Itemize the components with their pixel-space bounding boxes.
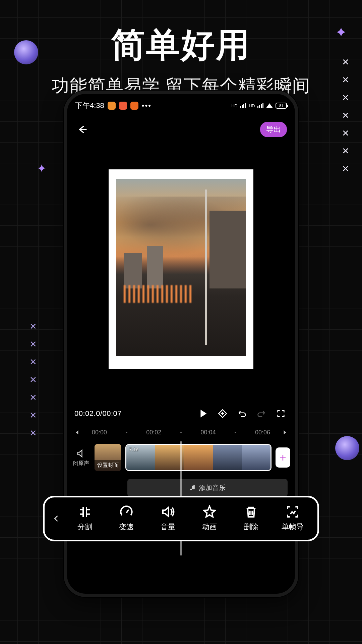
playback-controls: 00:02.0/00:07: [67, 404, 295, 423]
star-icon: [203, 505, 216, 519]
editor-header: 导出: [67, 119, 295, 140]
status-hd: HD: [249, 103, 255, 108]
play-button[interactable]: [196, 407, 210, 420]
playback-time: 00:02.0/00:07: [74, 409, 122, 418]
ruler-tick: 00:00: [92, 429, 107, 436]
tool-split[interactable]: 分割: [64, 505, 106, 532]
frame-export-icon: [286, 505, 299, 519]
split-icon: [78, 505, 92, 519]
speedometer-icon: [120, 505, 133, 519]
set-cover-button[interactable]: 设置封面: [95, 444, 121, 471]
decoration-dot: [335, 436, 359, 460]
play-icon: [198, 409, 208, 418]
photo-content: [116, 179, 246, 356]
tool-label: 单帧导: [282, 522, 304, 532]
add-clip-button[interactable]: +: [276, 447, 290, 468]
tool-frame-export[interactable]: 单帧导: [272, 505, 313, 532]
clip-frame: [213, 445, 242, 470]
volume-icon: [161, 505, 175, 519]
redo-button[interactable]: [255, 407, 268, 420]
statusbar-app-icon: [130, 102, 138, 110]
chevron-left-icon: [53, 513, 60, 524]
tool-volume[interactable]: 音量: [147, 505, 189, 532]
add-music-button[interactable]: 添加音乐: [127, 479, 288, 496]
export-button[interactable]: 导出: [260, 122, 287, 137]
jump-end-button[interactable]: [280, 427, 290, 437]
trash-icon: [244, 505, 258, 519]
skip-start-icon: [74, 429, 80, 435]
tray-collapse-button[interactable]: [49, 497, 64, 540]
headline: 简单好用 功能简单易学 留下每个精彩瞬间: [0, 23, 362, 98]
headline-title: 简单好用: [0, 23, 362, 68]
clip-frame: [242, 445, 270, 470]
wifi-icon: [266, 103, 273, 108]
cover-label: 设置封面: [95, 460, 121, 471]
photo-border: [109, 169, 253, 369]
music-note-icon: [189, 484, 196, 491]
statusbar-app-icon: [108, 102, 116, 110]
clip-duration: 7.1s: [129, 446, 138, 452]
expand-icon: [276, 409, 286, 418]
statusbar-app-icon: [119, 102, 127, 110]
back-button[interactable]: [75, 122, 90, 137]
ruler-tick: 00:02: [146, 429, 161, 436]
tool-delete[interactable]: 删除: [230, 505, 272, 532]
tool-label: 变速: [119, 522, 134, 532]
plus-icon: +: [280, 451, 286, 464]
undo-button[interactable]: [235, 407, 249, 420]
video-preview[interactable]: [90, 140, 272, 399]
video-clip[interactable]: 7.1s: [125, 444, 272, 471]
ruler-tick: 00:04: [201, 429, 216, 436]
signal-bars-icon: [240, 103, 246, 108]
status-time: 下午4:38: [75, 101, 104, 111]
status-hd: HD: [231, 103, 237, 108]
undo-icon: [237, 409, 247, 418]
tool-label: 音量: [161, 522, 175, 532]
arrow-left-icon: [77, 124, 87, 135]
redo-icon: [257, 409, 266, 418]
decoration-x-column: ✕✕✕✕✕✕✕: [29, 321, 37, 438]
speaker-icon: [76, 448, 86, 459]
skip-end-icon: [282, 429, 288, 435]
timeline-ruler[interactable]: 00:00 00:02 00:04 00:06: [67, 425, 295, 440]
add-music-label: 添加音乐: [199, 483, 226, 492]
mute-original-button[interactable]: 闭原声: [72, 448, 90, 467]
diamond-plus-icon: [218, 409, 227, 418]
signal-bars-icon: [257, 103, 263, 108]
battery-icon: 81: [276, 103, 287, 109]
fullscreen-button[interactable]: [274, 407, 288, 420]
jump-start-button[interactable]: [72, 427, 82, 437]
tool-animation[interactable]: 动画: [189, 505, 230, 532]
clip-frame: [155, 445, 184, 470]
tool-label: 删除: [244, 522, 258, 532]
ruler-tick: 00:06: [255, 429, 270, 436]
tool-tray: 分割 变速 音量 动画 删除 单帧导: [43, 496, 319, 541]
tool-label: 分割: [77, 522, 92, 532]
sparkle-icon: ✦: [37, 162, 46, 175]
tool-label: 动画: [202, 522, 217, 532]
clip-frame: [184, 445, 213, 470]
mute-label: 闭原声: [73, 460, 89, 467]
tool-speed[interactable]: 变速: [106, 505, 147, 532]
keyframe-button[interactable]: [216, 407, 229, 420]
phone-notch: [146, 94, 216, 105]
